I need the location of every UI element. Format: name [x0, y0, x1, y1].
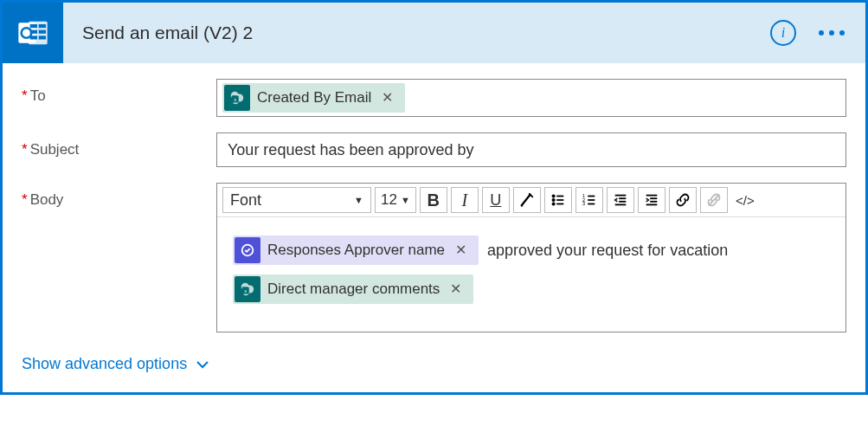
- field-row-to: *To s Created By Email ✕: [22, 79, 846, 117]
- token-remove-icon[interactable]: ✕: [452, 243, 470, 257]
- body-editor: Font ▼ 12 ▼ B I U: [216, 183, 846, 332]
- svg-point-14: [552, 195, 554, 197]
- caret-down-icon: ▼: [401, 195, 410, 205]
- svg-rect-7: [39, 36, 46, 39]
- indent-button[interactable]: [638, 187, 665, 213]
- show-advanced-options-link[interactable]: Show advanced options: [22, 355, 209, 373]
- token-label: Responses Approver name: [267, 235, 445, 266]
- field-row-subject: *Subject Your request has been approved …: [22, 132, 846, 167]
- font-size-select[interactable]: 12 ▼: [375, 187, 416, 213]
- code-view-button[interactable]: </>: [731, 187, 759, 213]
- body-text: approved your request for vacation: [487, 235, 728, 266]
- body-label: *Body: [22, 183, 216, 209]
- svg-text:3: 3: [582, 201, 585, 206]
- bullet-list-button[interactable]: [544, 187, 572, 213]
- more-actions-button[interactable]: [813, 25, 850, 41]
- info-icon: i: [781, 25, 785, 41]
- font-family-select[interactable]: Font ▼: [222, 187, 371, 213]
- numbered-list-button[interactable]: 123: [575, 187, 603, 213]
- token-created-by-email[interactable]: s Created By Email ✕: [222, 83, 405, 113]
- token-label: Created By Email: [257, 89, 371, 107]
- card-body: *To s Created By Email ✕ *Subject Your r…: [3, 63, 865, 392]
- token-approver-name[interactable]: Responses Approver name ✕: [233, 236, 479, 265]
- sharepoint-icon: s: [235, 276, 260, 302]
- link-button[interactable]: [669, 187, 697, 213]
- caret-down-icon: ▼: [354, 195, 363, 205]
- rich-text-toolbar: Font ▼ 12 ▼ B I U: [217, 184, 845, 217]
- card-header: Send an email (V2) 2 i: [3, 3, 865, 63]
- card-title[interactable]: Send an email (V2) 2: [63, 23, 770, 43]
- to-input[interactable]: s Created By Email ✕: [216, 79, 846, 117]
- svg-point-16: [552, 199, 554, 201]
- outlook-icon: [3, 3, 63, 63]
- subject-text: Your request has been approved by: [228, 141, 474, 159]
- unlink-button[interactable]: [700, 187, 728, 213]
- body-content[interactable]: Responses Approver name ✕ approved your …: [217, 217, 845, 332]
- font-color-button[interactable]: [513, 187, 541, 213]
- token-remove-icon[interactable]: ✕: [378, 91, 396, 105]
- field-row-body: *Body Font ▼ 12 ▼ B I U: [22, 183, 846, 332]
- approvals-icon: [235, 237, 260, 263]
- to-label: *To: [22, 79, 216, 105]
- action-card: Send an email (V2) 2 i *To s Created By …: [0, 0, 868, 395]
- subject-label: *Subject: [22, 132, 216, 158]
- token-remove-icon[interactable]: ✕: [447, 282, 465, 296]
- underline-button[interactable]: U: [482, 187, 510, 213]
- bold-button[interactable]: B: [420, 187, 447, 213]
- token-manager-comments[interactable]: s Direct manager comments ✕: [233, 274, 473, 304]
- sharepoint-icon: s: [224, 85, 250, 111]
- svg-rect-5: [39, 30, 46, 34]
- svg-rect-3: [39, 24, 46, 28]
- chevron-down-icon: [196, 358, 209, 371]
- outdent-button[interactable]: [607, 187, 634, 213]
- token-label: Direct manager comments: [267, 274, 440, 305]
- italic-button[interactable]: I: [451, 187, 479, 213]
- svg-point-18: [552, 203, 554, 204]
- info-button[interactable]: i: [770, 20, 796, 46]
- subject-input[interactable]: Your request has been approved by: [216, 132, 846, 167]
- svg-rect-2: [30, 24, 37, 28]
